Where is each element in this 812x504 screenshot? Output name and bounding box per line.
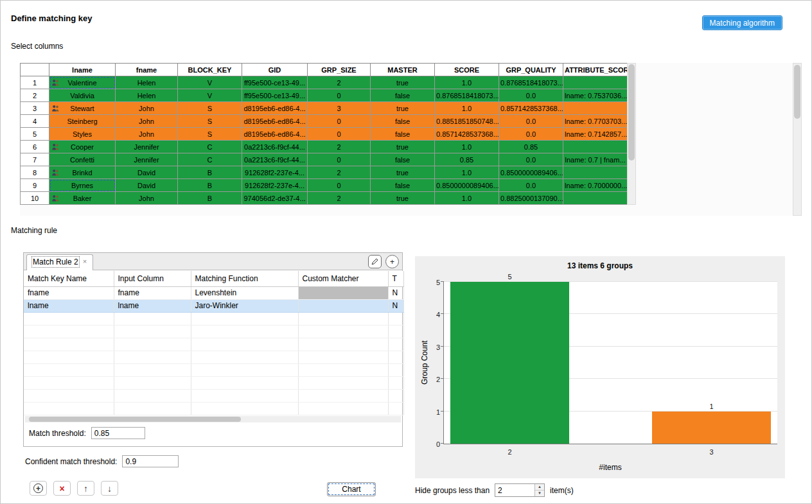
cell-lname[interactable]: Valdivia bbox=[49, 89, 116, 102]
cell-master[interactable]: true bbox=[371, 192, 435, 205]
cell-score[interactable]: 1.0 bbox=[435, 102, 499, 115]
cell-fname[interactable]: John bbox=[116, 115, 178, 128]
cell-lname[interactable]: Baker bbox=[49, 192, 116, 205]
cell-lname[interactable]: Byrnes bbox=[49, 179, 116, 192]
cell-grp_quality[interactable]: 0.8825000137090... bbox=[499, 192, 563, 205]
cell-lname[interactable]: Cooper bbox=[49, 141, 116, 153]
cell-gid[interactable]: 974056d2-de37-4... bbox=[242, 192, 308, 205]
cell-score[interactable]: 1.0 bbox=[435, 192, 499, 205]
cell-attribute_scor[interactable]: lname: 0.7703703... bbox=[563, 115, 628, 128]
table-row[interactable]: 2ValdiviaHelenVff95e500-ce13-49...0false… bbox=[21, 89, 628, 102]
rule-cell-custommatcher[interactable] bbox=[298, 286, 388, 299]
add-key-button[interactable]: + bbox=[30, 481, 47, 496]
cell-master[interactable]: false bbox=[371, 89, 435, 102]
column-header-gid[interactable]: GID bbox=[242, 64, 308, 76]
cell-master[interactable]: false bbox=[371, 115, 435, 128]
rule-cell-inputcolumn[interactable]: fname bbox=[114, 286, 191, 299]
cell-grp_quality[interactable]: 0.0 bbox=[499, 179, 563, 192]
cell-block_key[interactable]: S bbox=[178, 102, 242, 115]
cell-grp_size[interactable]: 2 bbox=[308, 166, 371, 179]
cell-grp_quality[interactable]: 0.85 bbox=[499, 141, 563, 153]
table-scrollbar-thumb[interactable] bbox=[628, 64, 635, 161]
match-threshold-input[interactable] bbox=[91, 427, 145, 439]
column-header-lname[interactable]: lname bbox=[49, 64, 116, 76]
cell-grp_quality[interactable]: 0.0 bbox=[499, 89, 563, 102]
cell-master[interactable]: false bbox=[371, 153, 435, 166]
column-header-block_key[interactable]: BLOCK_KEY bbox=[178, 64, 242, 76]
chart-button[interactable]: Chart bbox=[327, 482, 376, 496]
cell-attribute_scor[interactable] bbox=[563, 192, 628, 205]
hide-groups-input[interactable] bbox=[495, 484, 534, 496]
rule-cell-matchkeyname[interactable]: lname bbox=[24, 299, 114, 312]
cell-fname[interactable]: John bbox=[116, 102, 178, 115]
cell-grp_size[interactable]: 0 bbox=[308, 128, 371, 141]
panel-scrollbar[interactable] bbox=[793, 63, 802, 216]
rule-column-header-custommatcher[interactable]: Custom Matcher bbox=[298, 271, 388, 286]
cell-grp_size[interactable]: 2 bbox=[308, 141, 371, 153]
cell-gid[interactable]: 0a2213c6-f9cf-44... bbox=[242, 153, 308, 166]
cell-gid[interactable]: ff95e500-ce13-49... bbox=[242, 76, 308, 89]
rule-hscrollbar-thumb[interactable] bbox=[29, 417, 241, 422]
spin-down-icon[interactable]: ▼ bbox=[535, 490, 544, 496]
cell-block_key[interactable]: C bbox=[178, 153, 242, 166]
cell-attribute_scor[interactable]: lname: 0.7142857... bbox=[563, 128, 628, 141]
column-header-grp_quality[interactable]: GRP_QUALITY bbox=[499, 64, 563, 76]
cell-master[interactable]: true bbox=[371, 76, 435, 89]
column-header-master[interactable]: MASTER bbox=[371, 64, 435, 76]
cell-block_key[interactable]: C bbox=[178, 141, 242, 153]
cell-attribute_scor[interactable]: lname: 0.7000000... bbox=[563, 179, 628, 192]
cell-gid[interactable]: d8195eb6-ed86-4... bbox=[242, 102, 308, 115]
table-row[interactable]: 10BakerJohnB974056d2-de37-4...2true1.00.… bbox=[21, 192, 628, 205]
cell-master[interactable]: false bbox=[371, 128, 435, 141]
move-down-button[interactable]: ↓ bbox=[101, 481, 118, 496]
column-header-score[interactable]: SCORE bbox=[435, 64, 499, 76]
cell-attribute_scor[interactable] bbox=[563, 166, 628, 179]
panel-scrollbar-thumb[interactable] bbox=[794, 65, 800, 119]
cell-master[interactable]: false bbox=[371, 179, 435, 192]
cell-grp_quality[interactable]: 0.0 bbox=[499, 153, 563, 166]
cell-score[interactable]: 0.8500000089406... bbox=[435, 179, 499, 192]
cell-attribute_scor[interactable] bbox=[563, 141, 628, 153]
cell-score[interactable]: 0.8768518418073... bbox=[435, 89, 499, 102]
matching-algorithm-button[interactable]: Matching algorithm bbox=[703, 16, 782, 30]
cell-gid[interactable]: d8195eb6-ed86-4... bbox=[242, 128, 308, 141]
cell-attribute_scor[interactable]: lname: 0.7 | fnam... bbox=[563, 153, 628, 166]
cell-grp_size[interactable]: 0 bbox=[308, 179, 371, 192]
hide-groups-spinner[interactable]: ▲ ▼ bbox=[495, 483, 545, 497]
cell-score[interactable]: 0.8571428537368... bbox=[435, 128, 499, 141]
table-scrollbar[interactable] bbox=[627, 63, 636, 205]
table-row[interactable]: 5StylesJohnSd8195eb6-ed86-4...0false0.85… bbox=[21, 128, 628, 141]
cell-gid[interactable]: ff95e500-ce13-49... bbox=[242, 89, 308, 102]
table-row[interactable]: 1ValentineHelenVff95e500-ce13-49...2true… bbox=[21, 76, 628, 89]
cell-score[interactable]: 1.0 bbox=[435, 76, 499, 89]
spin-up-icon[interactable]: ▲ bbox=[535, 484, 544, 490]
cell-grp_size[interactable]: 0 bbox=[308, 89, 371, 102]
table-row[interactable]: 6CooperJenniferC0a2213c6-f9cf-44...2true… bbox=[21, 141, 628, 153]
cell-fname[interactable]: Helen bbox=[116, 89, 178, 102]
column-header-fname[interactable]: fname bbox=[116, 64, 178, 76]
cell-attribute_scor[interactable]: lname: 0.7537036... bbox=[563, 89, 628, 102]
column-header-attribute_scor[interactable]: ATTRIBUTE_SCOR... bbox=[563, 64, 628, 76]
rule-column-header-matchkeyname[interactable]: Match Key Name bbox=[24, 271, 114, 286]
tab-close-icon[interactable]: × bbox=[83, 257, 87, 265]
cell-block_key[interactable]: S bbox=[178, 115, 242, 128]
cell-fname[interactable]: John bbox=[116, 192, 178, 205]
confident-threshold-input[interactable] bbox=[122, 455, 179, 467]
cell-score[interactable]: 0.8851851850748... bbox=[435, 115, 499, 128]
rule-column-header-t[interactable]: T bbox=[388, 271, 403, 286]
rule-cell-t[interactable]: N bbox=[388, 299, 403, 312]
cell-grp_size[interactable]: 0 bbox=[308, 115, 371, 128]
cell-grp_quality[interactable]: 0.8500000089406... bbox=[499, 166, 563, 179]
cell-gid[interactable]: 0a2213c6-f9cf-44... bbox=[242, 141, 308, 153]
cell-master[interactable]: true bbox=[371, 102, 435, 115]
table-row[interactable]: 7ConfettiJenniferC0a2213c6-f9cf-44...0fa… bbox=[21, 153, 628, 166]
cell-fname[interactable]: Helen bbox=[116, 76, 178, 89]
cell-fname[interactable]: John bbox=[116, 128, 178, 141]
rule-column-header-matchingfunction[interactable]: Matching Function bbox=[191, 271, 298, 286]
cell-lname[interactable]: Brinkd bbox=[49, 166, 116, 179]
cell-master[interactable]: true bbox=[371, 166, 435, 179]
cell-attribute_scor[interactable] bbox=[563, 102, 628, 115]
cell-fname[interactable]: David bbox=[116, 166, 178, 179]
cell-lname[interactable]: Stewart bbox=[49, 102, 116, 115]
cell-score[interactable]: 1.0 bbox=[435, 141, 499, 153]
